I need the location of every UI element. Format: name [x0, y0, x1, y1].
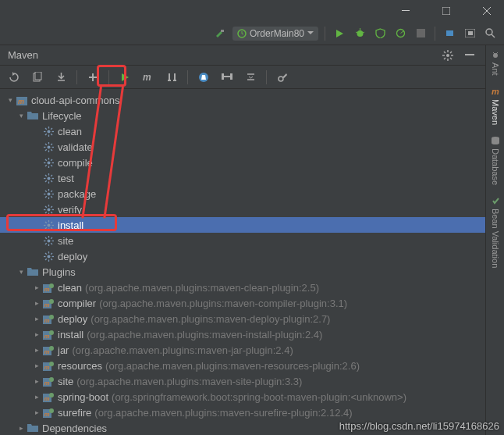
lifecycle-goal-validate[interactable]: validate	[0, 139, 485, 155]
run-config-selector[interactable]: OrderMain80	[232, 27, 318, 41]
svg-text:m: m	[44, 301, 50, 308]
hide-icon[interactable]	[462, 48, 477, 63]
svg-point-64	[47, 161, 50, 164]
tree-node-label: clean	[58, 126, 82, 137]
download-sources-icon[interactable]	[53, 70, 69, 85]
plugin-spring-boot[interactable]: ▸mspring-boot(org.springframework.boot:s…	[0, 389, 485, 405]
svg-text:m: m	[18, 98, 24, 105]
lifecycle-goal-test[interactable]: test	[0, 170, 485, 186]
lifecycle-goal-compile[interactable]: compile	[0, 155, 485, 170]
expand-arrow-icon[interactable]: ▸	[31, 299, 42, 307]
svg-line-116	[51, 237, 52, 239]
profiler-icon[interactable]	[392, 26, 408, 41]
expand-arrow-icon[interactable]: ▸	[16, 424, 27, 432]
tree-node-icon	[42, 125, 55, 137]
svg-line-80	[51, 175, 52, 176]
expand-arrow-icon[interactable]: ▾	[16, 112, 27, 119]
maven-tree[interactable]: ▾mcloud-api-commons▾Lifecyclecleanvalida…	[0, 89, 485, 435]
svg-line-79	[51, 180, 52, 182]
git-icon[interactable]	[442, 26, 457, 41]
reimport-icon[interactable]	[6, 70, 22, 85]
lifecycle-goal-site[interactable]: site	[0, 233, 485, 248]
tree-node-icon	[42, 203, 55, 216]
lifecycle-goal-package[interactable]: package	[0, 186, 485, 201]
execute-goal-icon[interactable]: m	[140, 70, 156, 85]
plugin-surefire[interactable]: ▸msurefire(org.apache.maven.plugins:mave…	[0, 405, 485, 420]
hammer-icon[interactable]	[212, 26, 228, 41]
maximize-button[interactable]	[435, 3, 457, 19]
svg-line-155	[493, 52, 495, 54]
toggle-offline-icon[interactable]	[164, 70, 179, 85]
expand-arrow-icon[interactable]: ▸	[31, 330, 42, 338]
coverage-icon[interactable]	[372, 26, 388, 41]
expand-arrow-icon[interactable]: ▸	[31, 408, 42, 416]
maven-toolbar: m	[0, 66, 485, 89]
expand-arrow-icon[interactable]: ▸	[31, 346, 42, 354]
expand-arrow-icon[interactable]: ▸	[31, 315, 42, 323]
right-tab-ant[interactable]: Ant	[491, 50, 500, 76]
plugin-clean[interactable]: ▸mclean(org.apache.maven.plugins:maven-c…	[0, 280, 485, 295]
project-node[interactable]: ▾mcloud-api-commons	[0, 92, 485, 108]
minimize-button[interactable]	[395, 3, 417, 19]
svg-rect-40	[230, 73, 232, 80]
lifecycle-goal-verify[interactable]: verify	[0, 201, 485, 217]
svg-text:m: m	[143, 72, 151, 83]
lifecycle-goal-clean[interactable]: clean	[0, 123, 485, 139]
svg-rect-0	[402, 10, 410, 11]
tree-node-sublabel: (org.apache.maven.plugins:maven-install-…	[87, 329, 322, 341]
stop-icon[interactable]	[413, 26, 428, 41]
lifecycle-goal-install[interactable]: install	[0, 217, 485, 233]
tree-node-icon: m	[42, 281, 55, 294]
maven-settings-icon[interactable]	[275, 70, 290, 85]
right-tab-database[interactable]: Database	[491, 136, 500, 185]
skip-tests-icon[interactable]	[196, 70, 211, 85]
expand-arrow-icon[interactable]: ▾	[16, 268, 27, 276]
expand-arrow-icon[interactable]: ▸	[31, 362, 42, 369]
plugin-resources[interactable]: ▸mresources(org.apache.maven.plugins:mav…	[0, 358, 485, 373]
expand-arrow-icon[interactable]: ▸	[31, 393, 42, 401]
settings-icon[interactable]	[440, 48, 456, 63]
plugin-compiler[interactable]: ▸mcompiler(org.apache.maven.plugins:mave…	[0, 295, 485, 311]
generate-sources-icon[interactable]	[30, 70, 45, 85]
svg-text:m: m	[44, 333, 50, 340]
watermark: https://blog.csdn.net/li15974168626	[339, 420, 499, 432]
svg-rect-1	[442, 7, 450, 15]
lifecycle-goal-deploy[interactable]: deploy	[0, 248, 485, 264]
plugin-deploy[interactable]: ▸mdeploy(org.apache.maven.plugins:maven-…	[0, 311, 485, 326]
expand-arrow-icon[interactable]: ▸	[31, 377, 42, 385]
expand-arrow-icon[interactable]: ▾	[5, 96, 16, 104]
main-toolbar: OrderMain80	[0, 22, 504, 45]
svg-line-108	[45, 227, 47, 229]
lifecycle-folder[interactable]: ▾Lifecycle	[0, 108, 485, 123]
right-tab-maven[interactable]: mMaven	[491, 87, 500, 125]
tree-node-label: surefire	[58, 407, 91, 419]
svg-point-129	[49, 283, 54, 288]
show-dependencies-icon[interactable]	[219, 70, 235, 85]
search-icon[interactable]	[482, 26, 498, 41]
svg-point-100	[47, 223, 50, 226]
right-tab-bean-validation[interactable]: Bean Validation	[491, 196, 500, 268]
run-icon[interactable]	[332, 26, 347, 41]
plugin-install[interactable]: ▸minstall(org.apache.maven.plugins:maven…	[0, 326, 485, 342]
run-maven-icon[interactable]	[117, 70, 133, 85]
add-project-icon[interactable]	[85, 70, 101, 85]
close-button[interactable]	[476, 3, 498, 19]
plugin-jar[interactable]: ▸mjar(org.apache.maven.plugins:maven-jar…	[0, 342, 485, 358]
svg-point-147	[49, 377, 54, 382]
svg-rect-26	[465, 54, 474, 55]
panel-title: Maven	[8, 49, 38, 61]
plugin-site[interactable]: ▸msite(org.apache.maven.plugins:maven-si…	[0, 373, 485, 389]
right-tab-bar: AntmMavenDatabaseBean Validation	[485, 45, 504, 435]
layout-icon[interactable]	[462, 26, 477, 41]
tree-node-icon: m	[42, 328, 55, 341]
tab-icon	[491, 50, 500, 59]
plugins-folder[interactable]: ▾Plugins	[0, 264, 485, 280]
collapse-all-icon[interactable]	[243, 70, 258, 85]
svg-point-150	[49, 393, 54, 398]
svg-point-82	[47, 192, 50, 195]
debug-icon[interactable]	[352, 26, 367, 41]
tree-node-label: package	[58, 188, 96, 200]
expand-arrow-icon[interactable]: ▸	[31, 283, 42, 291]
tree-node-label: cloud-api-commons	[31, 94, 119, 106]
svg-text:m: m	[44, 380, 50, 387]
